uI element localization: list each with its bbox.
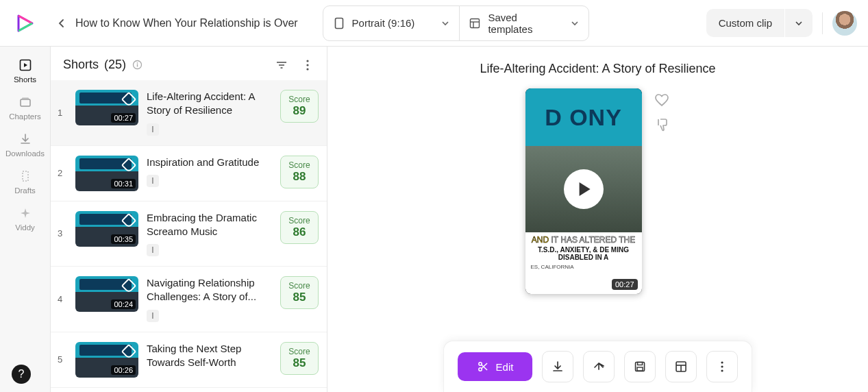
- short-thumbnail[interactable]: 00:24: [75, 276, 138, 312]
- score-label: Score: [288, 216, 311, 225]
- svg-rect-21: [638, 363, 643, 365]
- breadcrumb-title: How to Know When Your Relationship is Ov…: [75, 17, 298, 29]
- drafts-icon: [18, 169, 33, 184]
- scissors-icon: [477, 360, 489, 373]
- svg-point-27: [721, 365, 723, 367]
- duration-badge: 00:35: [111, 234, 136, 244]
- rail-item-shorts[interactable]: Shorts: [5, 52, 46, 89]
- rail-label: Chapters: [9, 112, 41, 121]
- short-thumbnail[interactable]: 00:27: [75, 90, 138, 125]
- shorts-title: Shorts: [63, 58, 99, 72]
- score-value: 89: [288, 104, 311, 118]
- custom-clip-button[interactable]: Custom clip: [706, 9, 784, 37]
- top-bar: How to Know When Your Relationship is Ov…: [0, 0, 868, 47]
- like-button[interactable]: [653, 91, 671, 109]
- rail-item-chapters[interactable]: Chapters: [5, 89, 46, 126]
- score-badge: Score 85: [280, 342, 319, 375]
- short-row[interactable]: 4 00:24 Navigating Relationship Challeng…: [51, 267, 327, 332]
- chevron-down-icon: [571, 19, 579, 27]
- more-button[interactable]: [301, 58, 314, 72]
- score-badge: Score 85: [280, 276, 319, 309]
- video-preview[interactable]: D ONY AND IT HAS ALTERED THE T.S.D., ANX…: [525, 88, 642, 294]
- duration-badge: 00:27: [111, 113, 136, 123]
- shorts-count: (25): [104, 58, 126, 72]
- score-value: 88: [288, 170, 311, 184]
- short-title: Life-Altering Accident: A Story of Resil…: [147, 90, 272, 118]
- score-label: Score: [288, 347, 311, 356]
- save-button[interactable]: [624, 351, 656, 382]
- caption-line-2: T.S.D., ANXIETY, & DE MING DISABLED IN A: [530, 246, 638, 261]
- score-badge: Score 88: [280, 156, 319, 188]
- action-bar: Edit: [443, 341, 753, 392]
- filter-button[interactable]: [275, 58, 288, 72]
- short-title: Embracing the Dramatic Screamo Music: [147, 211, 272, 239]
- app-logo[interactable]: [11, 10, 38, 37]
- rail-item-drafts[interactable]: Drafts: [5, 163, 46, 200]
- score-label: Score: [288, 281, 311, 291]
- svg-point-14: [306, 64, 308, 66]
- chevron-down-icon: [441, 19, 449, 27]
- svg-point-15: [306, 68, 308, 70]
- more-actions-button[interactable]: [706, 351, 738, 382]
- short-index: 4: [58, 294, 67, 304]
- shorts-header: Shorts(25): [51, 47, 327, 80]
- text-cursor-icon[interactable]: I: [147, 123, 159, 136]
- score-value: 85: [288, 356, 311, 370]
- custom-clip-dropdown[interactable]: [785, 9, 813, 37]
- svg-rect-1: [471, 19, 480, 27]
- location-text: ES, CALIFORNIA: [530, 264, 638, 270]
- svg-rect-6: [22, 98, 29, 99]
- preview-title: Life-Altering Accident: A Story of Resil…: [480, 62, 715, 76]
- rail-item-viddy[interactable]: Viddy: [5, 200, 46, 237]
- preview-area: Life-Altering Accident: A Story of Resil…: [327, 47, 868, 392]
- short-row[interactable]: 3 00:35 Embracing the Dramatic Screamo M…: [51, 201, 327, 267]
- short-thumbnail[interactable]: 00:31: [75, 156, 138, 191]
- svg-point-13: [306, 60, 308, 62]
- dislike-button[interactable]: [653, 116, 671, 134]
- template-dropdown[interactable]: Saved templates: [459, 5, 589, 41]
- chapters-icon: [18, 95, 33, 110]
- play-icon: [579, 182, 590, 196]
- short-thumbnail[interactable]: 00:35: [75, 211, 138, 247]
- duration-badge: 00:24: [111, 299, 136, 309]
- download-icon: [18, 132, 33, 147]
- portrait-icon: [333, 17, 345, 29]
- aspect-ratio-label: Portrait (9:16): [352, 17, 415, 29]
- text-cursor-icon[interactable]: I: [147, 175, 159, 187]
- short-index: 1: [58, 108, 67, 118]
- layout-button[interactable]: [665, 351, 697, 382]
- svg-rect-9: [136, 64, 137, 67]
- short-thumbnail[interactable]: 00:26: [75, 342, 138, 378]
- rail-item-downloads[interactable]: Downloads: [5, 126, 46, 163]
- score-badge: Score 89: [280, 90, 319, 123]
- text-cursor-icon[interactable]: I: [147, 244, 159, 256]
- text-cursor-icon[interactable]: I: [147, 310, 159, 322]
- svg-rect-22: [637, 367, 643, 371]
- short-title: Taking the Next Step Towards Self-Worth: [147, 342, 272, 370]
- duration-badge: 00:26: [111, 365, 136, 375]
- svg-rect-0: [335, 18, 343, 28]
- aspect-ratio-dropdown[interactable]: Portrait (9:16): [323, 5, 460, 41]
- short-row[interactable]: 1 00:27 Life-Altering Accident: A Story …: [51, 80, 327, 146]
- short-row[interactable]: 2 00:31 Inspiration and Gratitude I Scor…: [51, 146, 327, 201]
- short-row[interactable]: 5 00:26 Taking the Next Step Towards Sel…: [51, 332, 327, 388]
- rail-label: Shorts: [14, 75, 36, 84]
- edit-button[interactable]: Edit: [458, 352, 533, 381]
- info-icon[interactable]: [132, 60, 142, 71]
- score-badge: Score 86: [280, 211, 319, 244]
- preview-duration: 00:27: [612, 279, 638, 290]
- score-label: Score: [288, 95, 311, 104]
- custom-clip-group: Custom clip: [706, 9, 813, 37]
- template-label: Saved templates: [488, 12, 563, 35]
- download-button[interactable]: [542, 351, 573, 382]
- score-label: Score: [288, 160, 311, 170]
- back-button[interactable]: [55, 16, 69, 30]
- svg-point-28: [721, 369, 723, 371]
- help-button[interactable]: ?: [12, 365, 31, 384]
- user-avatar[interactable]: [832, 11, 857, 36]
- template-icon: [469, 17, 482, 29]
- sparkle-icon: [18, 206, 33, 221]
- duration-badge: 00:31: [111, 179, 136, 188]
- share-button[interactable]: [583, 351, 615, 382]
- rail-label: Drafts: [14, 186, 36, 195]
